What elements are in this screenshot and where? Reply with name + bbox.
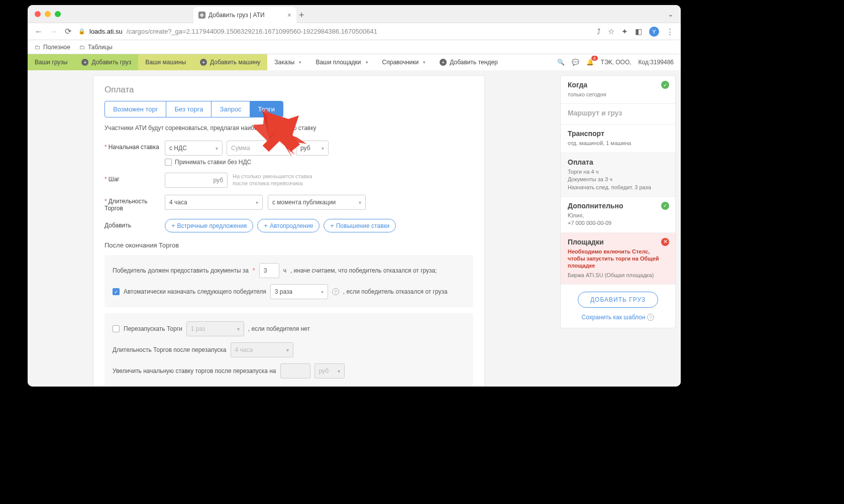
bookmark-folder[interactable]: 🗀Полезное xyxy=(35,44,70,51)
app-toolbar: Ваши грузы +Добавить груз Ваши машины +Д… xyxy=(28,54,681,70)
select-vat[interactable]: с НДС xyxy=(165,141,223,156)
chip-auto-extend[interactable]: +Автопродление xyxy=(257,219,320,232)
payment-card: Оплата Возможен торг Без торга Запрос То… xyxy=(93,75,485,387)
sidebar-transport[interactable]: Транспорт отд. машиной, 1 машина xyxy=(561,124,675,153)
nav-add-tender[interactable]: +Добавить тендер xyxy=(433,54,504,70)
save-template-link[interactable]: Сохранить как шаблон? xyxy=(582,314,655,321)
plus-icon: + xyxy=(440,59,447,66)
after-box-2: Перезапускать Торги 1 раз , если победит… xyxy=(104,313,473,387)
tab-auction[interactable]: Торги xyxy=(250,101,283,117)
lock-icon: 🔒 xyxy=(78,28,85,35)
maximize-window-button[interactable] xyxy=(55,11,61,17)
select-currency[interactable]: руб xyxy=(296,141,329,156)
error-icon: ✕ xyxy=(661,238,669,246)
input-sum[interactable]: Сумма xyxy=(227,141,292,156)
select-auto-next-times[interactable]: 3 раза xyxy=(270,284,328,299)
check-icon: ✓ xyxy=(661,81,669,89)
nav-orders[interactable]: Заказы xyxy=(267,54,308,70)
help-icon[interactable]: ? xyxy=(332,288,339,295)
star-icon[interactable]: ☆ xyxy=(608,27,614,36)
checkbox-no-vat[interactable] xyxy=(165,159,172,166)
main-content: Оплата Возможен торг Без торга Запрос То… xyxy=(28,70,681,387)
forward-button[interactable]: → xyxy=(50,27,58,36)
tab-close-icon[interactable]: × xyxy=(287,11,291,19)
bookmark-folder[interactable]: 🗀Таблицы xyxy=(79,44,113,51)
restart-post: , если победителя нет xyxy=(248,325,310,332)
tab-request[interactable]: Запрос xyxy=(212,101,250,117)
label-restart-duration: Длительность Торгов после перезапуска xyxy=(113,346,227,353)
label-restart: Перезапускать Торги xyxy=(124,325,182,332)
reload-button[interactable]: ⟳ xyxy=(65,27,71,36)
browser-tab[interactable]: ⊕ Добавить груз | АТИ × xyxy=(193,7,296,23)
payment-tabs: Возможен торг Без торга Запрос Торги xyxy=(104,101,283,117)
label-add: Добавить xyxy=(104,219,160,229)
org-code: Код:3199486 xyxy=(639,59,674,66)
tab-title: Добавить груз | АТИ xyxy=(208,12,265,19)
nav-add-cargo[interactable]: +Добавить груз xyxy=(74,54,138,70)
chip-counter-offers[interactable]: +Встречные предложения xyxy=(165,219,253,232)
panel-icon[interactable]: ◧ xyxy=(635,27,642,36)
sidebar-additional[interactable]: ✓ Дополнительно Юлия, +7 000 000-00-09 xyxy=(561,197,675,233)
select-duration-from[interactable]: с момента публикации xyxy=(268,195,366,210)
select-restart-times[interactable]: 1 раз xyxy=(186,321,244,336)
tab-bargain[interactable]: Возможен торг xyxy=(105,101,166,117)
label-start-bid: *Начальная ставка xyxy=(104,141,160,151)
input-step[interactable]: руб xyxy=(165,173,228,188)
add-cargo-button[interactable]: ДОБАВИТЬ ГРУЗ xyxy=(578,292,658,308)
input-docs-hours[interactable]: 3 xyxy=(259,263,279,278)
auction-description: Участники АТИ будут соревноваться, предл… xyxy=(104,124,473,132)
auto-next-post: , если победитель отказался от груза xyxy=(343,288,448,295)
extension-icon[interactable]: ✦ xyxy=(621,27,628,36)
back-button[interactable]: ← xyxy=(35,27,43,36)
minimize-window-button[interactable] xyxy=(45,11,51,17)
url-domain: loads.ati.su xyxy=(89,28,123,35)
help-icon: ? xyxy=(647,314,654,321)
favicon: ⊕ xyxy=(198,12,205,19)
step-hint: На столько уменьшится ставка после откли… xyxy=(233,173,318,187)
search-icon[interactable]: 🔍 xyxy=(557,59,565,66)
tabs-dropdown-icon[interactable]: ⌄ xyxy=(668,10,674,18)
sidebar-route[interactable]: Маршрут и груз xyxy=(561,104,675,124)
plus-icon: + xyxy=(264,222,268,229)
address-bar[interactable]: 🔒 loads.ati.su/cargos/create?_ga=2.11794… xyxy=(78,28,590,35)
folder-icon: 🗀 xyxy=(79,44,85,51)
select-increase-currency[interactable]: руб xyxy=(314,363,345,379)
label-step: *Шаг xyxy=(104,173,160,183)
checkbox-restart[interactable] xyxy=(113,325,120,332)
chat-icon[interactable]: 💬 xyxy=(572,59,579,66)
menu-icon[interactable]: ⋮ xyxy=(666,27,674,36)
sidebar-payment[interactable]: Оплата Торги на 4 ч Документы за 3 ч Наз… xyxy=(561,153,675,197)
nav-cargos[interactable]: Ваши грузы xyxy=(28,54,74,70)
url-bar: ← → ⟳ 🔒 loads.ati.su/cargos/create?_ga=2… xyxy=(28,23,681,40)
label-auto-next: Автоматически назначать следующего побед… xyxy=(124,288,266,295)
label-increase-bid: Увеличить начальную ставку торгов после … xyxy=(113,367,276,374)
checkbox-auto-next[interactable]: ✓ xyxy=(113,288,120,295)
summary-sidebar: ✓ Когда только сегодня Маршрут и груз Тр… xyxy=(560,70,681,387)
share-icon[interactable]: ⤴ xyxy=(597,27,601,36)
nav-add-truck[interactable]: +Добавить машину xyxy=(193,54,267,70)
label-duration: *Длительность Торгов xyxy=(104,195,160,212)
close-window-button[interactable] xyxy=(35,11,41,17)
nav-platforms[interactable]: Ваши площадки xyxy=(308,54,375,70)
org-name[interactable]: ТЭК, ООО, xyxy=(601,59,631,66)
after-box-1: Победитель должен предоставить документы… xyxy=(104,255,473,307)
bookmarks-bar: 🗀Полезное 🗀Таблицы xyxy=(28,40,681,54)
select-duration[interactable]: 4 часа xyxy=(165,195,263,210)
winner-docs-post: , иначе считаем, что победитель отказалс… xyxy=(290,267,437,274)
after-auction-title: После окончания Торгов xyxy=(104,241,473,249)
section-title-payment: Оплата xyxy=(104,85,473,95)
sidebar-platforms[interactable]: ✕ Площадки Необходимо включить Стелс, чт… xyxy=(561,233,675,285)
profile-avatar[interactable]: Y xyxy=(649,27,659,37)
chip-raise-bid[interactable]: +Повышение ставки xyxy=(324,219,396,232)
select-restart-duration[interactable]: 4 часа xyxy=(231,342,293,357)
folder-icon: 🗀 xyxy=(35,44,41,51)
tab-no-bargain[interactable]: Без торга xyxy=(166,101,212,117)
winner-docs-pre: Победитель должен предоставить документы… xyxy=(113,267,249,274)
new-tab-button[interactable]: + xyxy=(299,10,304,21)
sidebar-when[interactable]: ✓ Когда только сегодня xyxy=(561,76,675,104)
plus-icon: + xyxy=(200,59,207,66)
nav-reference[interactable]: Справочники xyxy=(375,54,433,70)
input-increase-amount[interactable] xyxy=(280,363,310,379)
nav-trucks[interactable]: Ваши машины xyxy=(138,54,193,70)
notification-icon[interactable]: 🔔 xyxy=(586,59,594,66)
